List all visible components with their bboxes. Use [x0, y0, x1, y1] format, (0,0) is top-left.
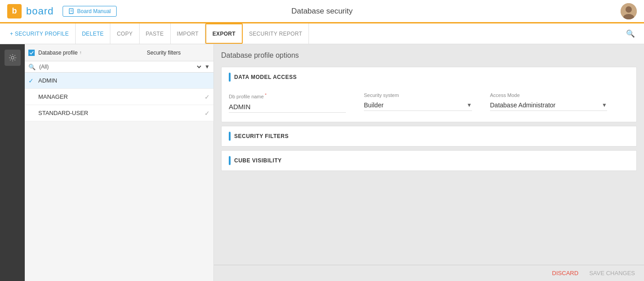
save-changes-button[interactable]: SAVE CHANGES [589, 270, 635, 276]
top-header: b board Board Manual Database security [0, 0, 644, 23]
profile-tick-manager: ✓ [147, 93, 210, 101]
col-security-header: Security filters [147, 50, 210, 56]
user-avatar[interactable] [621, 3, 637, 19]
profile-item-standard-user[interactable]: STANDARD-USER ✓ [25, 105, 213, 121]
cube-visibility-section: CUBE VISIBILITY [221, 150, 637, 171]
svg-point-6 [11, 56, 14, 59]
form-row-profile: Db profile name * ADMIN Security system … [229, 92, 629, 113]
profile-name-standard: STANDARD-USER [38, 110, 147, 116]
access-mode-select[interactable]: Database Administrator ▼ [490, 100, 607, 111]
form-group-access-mode: Access Mode Database Administrator ▼ [490, 92, 607, 111]
cube-visibility-title: CUBE VISIBILITY [234, 157, 282, 164]
paste-button[interactable]: PASTE [140, 23, 171, 44]
filter-search-icon: 🔍 [28, 64, 36, 70]
profile-tick-standard: ✓ [147, 110, 210, 117]
security-filters-accent-bar [229, 132, 231, 141]
content-inner: Database profile options DATA MODEL ACCE… [214, 44, 644, 265]
security-report-button[interactable]: SECURITY REPORT [243, 23, 309, 44]
page-title: Database security [291, 7, 353, 16]
main-area: Database profile ↑ Security filters 🔍 (A… [0, 44, 644, 281]
cube-visibility-header[interactable]: CUBE VISIBILITY [222, 151, 636, 170]
profile-name-manager: MANAGER [38, 93, 147, 100]
security-system-select[interactable]: Builder ▼ [364, 100, 472, 111]
filter-dropdown[interactable]: (All) [37, 63, 203, 70]
book-icon [68, 8, 75, 14]
footer-bar: DISCARD SAVE CHANGES [214, 265, 644, 281]
left-sidebar [0, 44, 25, 281]
filter-arrow-icon[interactable]: ▼ [204, 64, 210, 70]
sidebar-settings-icon[interactable] [5, 50, 21, 66]
data-model-access-title: DATA MODEL ACCESS [234, 74, 297, 80]
security-system-value: Builder [364, 101, 467, 109]
delete-button[interactable]: DELETE [76, 23, 110, 44]
header-checkbox-col [28, 50, 38, 56]
board-manual-button[interactable]: Board Manual [63, 6, 117, 17]
form-group-security-system: Security system Builder ▼ [364, 92, 472, 111]
data-model-access-header[interactable]: DATA MODEL ACCESS [222, 67, 636, 87]
profile-check-admin: ✓ [28, 77, 38, 84]
export-button[interactable]: EXPORT [205, 23, 243, 44]
profile-filter-row: 🔍 (All) ▼ [25, 61, 213, 73]
security-filters-section: SECURITY FILTERS [221, 126, 637, 147]
data-model-access-section: DATA MODEL ACCESS Db profile name * ADMI… [221, 67, 637, 122]
access-mode-arrow-icon[interactable]: ▼ [602, 102, 607, 108]
avatar-image [621, 3, 637, 19]
svg-point-4 [626, 6, 632, 13]
profile-list-panel: Database profile ↑ Security filters 🔍 (A… [25, 44, 214, 281]
profile-item-manager[interactable]: MANAGER ✓ [25, 89, 213, 105]
copy-button[interactable]: COPY [110, 23, 139, 44]
content-panel: Database profile options DATA MODEL ACCE… [214, 44, 644, 281]
header-checkbox[interactable] [28, 50, 35, 56]
profile-name-admin: ADMIN [38, 77, 210, 84]
access-mode-value: Database Administrator [490, 101, 602, 109]
security-system-label: Security system [364, 92, 472, 98]
col-db-profile-header: Database profile ↑ [38, 50, 147, 56]
security-filters-title: SECURITY FILTERS [234, 133, 289, 139]
profile-item-admin[interactable]: ✓ ADMIN [25, 73, 213, 89]
form-group-db-profile-name: Db profile name * ADMIN [229, 92, 346, 113]
sort-icon[interactable]: ↑ [79, 50, 82, 55]
db-profile-name-label: Db profile name * [229, 92, 346, 99]
security-system-arrow-icon[interactable]: ▼ [467, 102, 472, 108]
search-icon[interactable]: 🔍 [626, 29, 635, 38]
data-model-access-body: Db profile name * ADMIN Security system … [222, 87, 636, 122]
security-filters-header[interactable]: SECURITY FILTERS [222, 126, 636, 146]
content-title: Database profile options [221, 51, 637, 60]
access-mode-label: Access Mode [490, 92, 607, 98]
logo-b-icon: b [7, 4, 22, 18]
discard-button[interactable]: DISCARD [552, 270, 579, 276]
toolbar: + SECURITY PROFILE DELETE COPY PASTE IMP… [0, 23, 644, 44]
db-profile-name-value: ADMIN [229, 101, 346, 113]
cube-visibility-accent-bar [229, 156, 231, 165]
profile-list-header: Database profile ↑ Security filters [25, 44, 213, 61]
import-button[interactable]: IMPORT [171, 23, 205, 44]
section-accent-bar [229, 73, 231, 82]
add-security-profile-button[interactable]: + SECURITY PROFILE [4, 23, 76, 44]
toolbar-search: 🔍 [626, 29, 640, 38]
logo-board: board [26, 5, 54, 17]
